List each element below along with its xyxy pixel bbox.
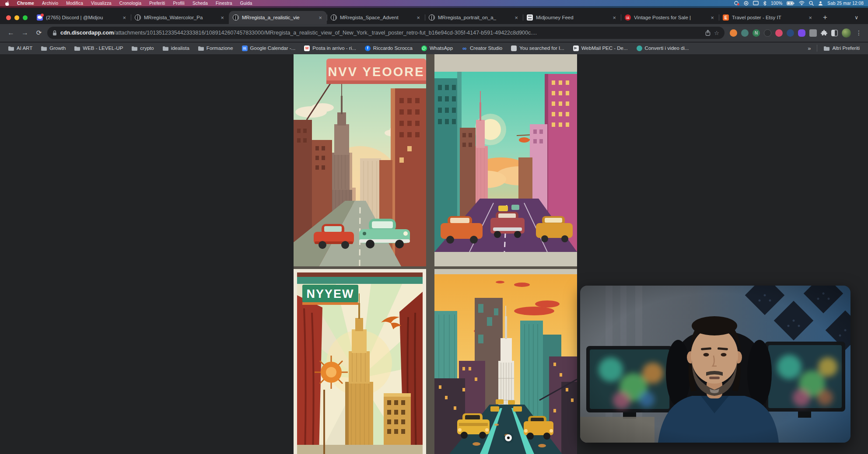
tab-label: Vintage Posters for Sale | <box>634 15 707 20</box>
tab-watercolor[interactable]: MRregista_Watercolor_Pa × <box>131 11 229 24</box>
menu-item-chrome[interactable]: Chrome <box>13 1 38 6</box>
poster-title-text: NVV YEOORE <box>328 65 424 79</box>
record-circle-icon[interactable] <box>744 1 749 6</box>
tab-realistic-view-active[interactable]: MRregista_a_realistic_vie × <box>229 11 327 24</box>
spotlight-search-icon[interactable] <box>809 1 814 6</box>
maximize-window-button[interactable] <box>23 15 28 20</box>
extension-green-n-icon[interactable]: N <box>752 29 760 37</box>
poster-top-band <box>434 269 577 274</box>
bookmark-label: Altri Preferiti <box>832 45 860 51</box>
bookmark-facebook-profile[interactable]: f Riccardo Scrocca <box>361 45 416 51</box>
minimize-window-button[interactable] <box>14 15 19 20</box>
tab-label: (2765) Discord | @Midjou <box>46 15 119 20</box>
bookmark-folder-idealista[interactable]: idealista <box>159 45 193 51</box>
menu-item-profili[interactable]: Profili <box>169 1 188 6</box>
battery-icon[interactable] <box>787 1 794 5</box>
tab-close-icon[interactable]: × <box>220 14 225 21</box>
bookmark-folder-formazione[interactable]: Formazione <box>194 45 237 51</box>
menu-item-guida[interactable]: Guida <box>236 1 256 6</box>
midjourney-poster-grid-image[interactable]: NVV YEOORE <box>294 54 577 454</box>
reload-button[interactable]: ⟳ <box>33 29 45 37</box>
close-window-button[interactable] <box>6 15 11 20</box>
tab-close-icon[interactable]: × <box>318 14 323 21</box>
bookmark-you-searched[interactable]: You searched for I... <box>507 45 568 51</box>
bookmark-whatsapp[interactable]: WhatsApp <box>417 45 457 51</box>
wifi-icon[interactable] <box>799 1 805 5</box>
new-tab-button[interactable]: + <box>819 12 831 23</box>
extensions-puzzle-icon[interactable] <box>821 30 827 36</box>
webmail-icon <box>573 45 579 51</box>
top-stripe <box>297 272 423 277</box>
menu-item-cronologia[interactable]: Cronologia <box>116 1 145 6</box>
tab-discord[interactable]: (2765) Discord | @Midjou × <box>33 11 131 24</box>
menu-item-modifica[interactable]: Modifica <box>62 1 87 6</box>
webcam-overlay[interactable] <box>580 286 850 443</box>
forward-button[interactable]: → <box>19 29 31 37</box>
display-icon[interactable] <box>753 1 759 5</box>
bookmark-gmail-inbox[interactable]: M Posta in arrivo - ri... <box>300 45 360 51</box>
bookmarks-overflow-chevron[interactable]: » <box>804 45 814 52</box>
gmail-icon: M <box>304 45 310 51</box>
bookmark-folder-crypto[interactable]: crypto <box>128 45 158 51</box>
bookmark-label: Riccardo Scrocca <box>373 45 413 51</box>
tab-close-icon[interactable]: × <box>808 14 813 21</box>
bookmark-folder-ai-art[interactable]: AI ART <box>4 45 36 51</box>
tab-close-icon[interactable]: × <box>612 14 617 21</box>
tab-space-adventure[interactable]: MRregista_Space_Advent × <box>327 11 425 24</box>
omnibox-url-field[interactable]: cdn.discordapp.com/attachments/101351233… <box>47 27 724 39</box>
extension-dark-icon[interactable] <box>764 29 771 37</box>
extension-orange-icon[interactable] <box>730 29 737 37</box>
menu-item-finestra[interactable]: Finestra <box>212 1 236 6</box>
bookmark-google-calendar[interactable]: 31 Google Calendar -... <box>238 45 300 51</box>
url-path: /attachments/1013512335442333816/1089142… <box>114 30 537 36</box>
bookmark-folder-web-level-up[interactable]: WEB - LEVEL-UP <box>70 45 127 51</box>
bookmark-converti-video[interactable]: Converti i video di... <box>633 45 693 51</box>
tab-etsy[interactable]: E Travel poster - Etsy IT × <box>719 11 817 24</box>
recording-indicator-icon[interactable] <box>734 1 739 6</box>
menu-status-area: 100% Sab 25 mar 12:08 <box>734 1 864 6</box>
bookmark-label: You searched for I... <box>519 45 564 51</box>
extension-teal-icon[interactable] <box>741 29 749 37</box>
discord-favicon <box>37 14 43 21</box>
poster-top-left-image: NVV YEOORE <box>294 54 426 266</box>
chrome-menu-kebab-icon[interactable]: ⋮ <box>855 29 863 36</box>
bookmark-label: WEB - LEVEL-UP <box>83 45 123 51</box>
street <box>297 445 423 454</box>
tab-portrait[interactable]: MRregista_portrait_on_a_ × <box>425 11 523 24</box>
back-button[interactable]: ← <box>5 29 17 37</box>
poster-bottom-right-image <box>434 269 577 454</box>
menu-item-scheda[interactable]: Scheda <box>189 1 212 6</box>
tab-close-icon[interactable]: × <box>514 14 519 21</box>
menu-item-visualizza[interactable]: Visualizza <box>87 1 116 6</box>
document-favicon <box>527 14 533 21</box>
bluetooth-icon[interactable] <box>763 1 766 6</box>
tab-close-icon[interactable]: × <box>122 14 127 21</box>
top-marquee <box>297 277 423 284</box>
share-icon[interactable] <box>705 30 710 36</box>
tab-vintage-posters[interactable]: 11 Vintage Posters for Sale | × <box>621 11 719 24</box>
extension-navy-icon[interactable] <box>787 29 794 37</box>
menu-item-preferiti[interactable]: Preferiti <box>145 1 169 6</box>
bookmarks-bar: AI ART Growth WEB - LEVEL-UP crypto idea… <box>0 42 868 54</box>
bookmark-creator-studio[interactable]: ∞ Creator Studio <box>458 45 506 51</box>
tab-close-icon[interactable]: × <box>416 14 421 21</box>
bookmark-folder-growth[interactable]: Growth <box>37 45 70 51</box>
poster-top-right-image <box>434 54 577 266</box>
menu-item-archivio[interactable]: Archivio <box>38 1 62 6</box>
profile-avatar[interactable] <box>842 28 851 38</box>
user-switch-icon[interactable] <box>818 1 823 6</box>
battery-percent-label: 100% <box>771 1 782 6</box>
tab-midjourney-feed[interactable]: Midjourney Feed × <box>523 11 621 24</box>
extension-key-icon[interactable] <box>775 29 783 37</box>
tab-label: Midjourney Feed <box>536 15 609 20</box>
extension-purple-icon[interactable] <box>798 29 805 37</box>
tab-search-chevron-icon[interactable]: ∨ <box>851 14 864 24</box>
tab-close-icon[interactable]: × <box>710 14 715 21</box>
bookmark-folder-altri-preferiti[interactable]: Altri Preferiti <box>820 45 864 51</box>
apple-menu-icon[interactable] <box>4 1 13 6</box>
bookmark-webmail-pec[interactable]: WebMail PEC - De... <box>569 45 632 51</box>
bookmark-star-icon[interactable]: ☆ <box>714 30 719 36</box>
dark-mode-split-icon[interactable] <box>831 30 838 36</box>
extension-grid-icon[interactable] <box>809 29 817 37</box>
menu-clock[interactable]: Sab 25 mar 12:08 <box>827 1 864 6</box>
